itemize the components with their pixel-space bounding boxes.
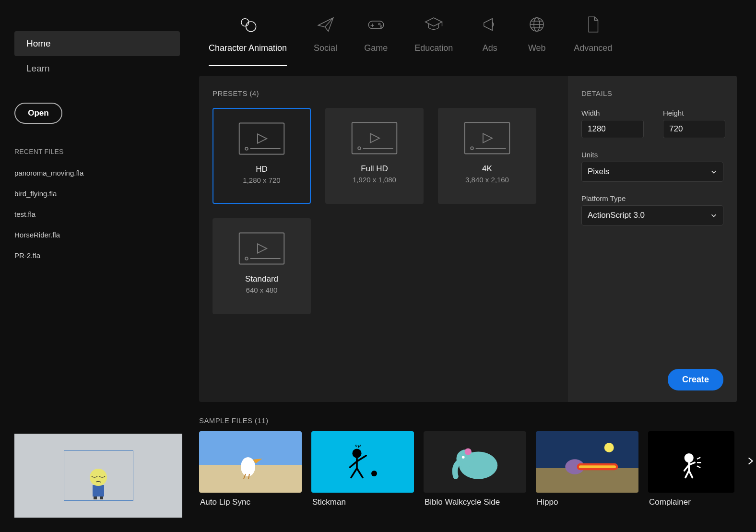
preset-hd[interactable]: HD 1,280 x 720: [213, 108, 311, 204]
platform-value: ActionScript 3.0: [588, 211, 645, 220]
platform-label: Platform Type: [581, 194, 723, 202]
preset-standard[interactable]: Standard 640 x 480: [213, 218, 311, 314]
sample-title: Hippo: [536, 497, 638, 507]
preset-name: Standard: [245, 274, 278, 284]
svg-rect-4: [100, 497, 103, 499]
recent-files-label: RECENT FILES: [14, 148, 180, 155]
bird-thumbnail-icon: [226, 445, 274, 479]
svg-point-25: [465, 448, 472, 455]
presets-pane: PRESETS (4) HD 1,280 x 720 Full HD 1,920…: [199, 76, 568, 402]
sample-biblo-walkcycle[interactable]: Biblo Walkcycle Side: [424, 431, 526, 507]
elephant-thumbnail-icon: [439, 438, 511, 486]
recent-files-list: panoroma_moving.fla bird_flying.fla test…: [14, 169, 180, 260]
sample-title: Auto Lip Sync: [199, 497, 302, 507]
details-pane: DETAILS Width Height Units Pixels: [568, 76, 737, 402]
height-input[interactable]: [663, 120, 725, 138]
tab-game[interactable]: Game: [364, 14, 388, 66]
svg-point-2: [90, 469, 107, 486]
nav-learn[interactable]: Learn: [14, 56, 180, 81]
recent-file[interactable]: panoroma_moving.fla: [14, 169, 180, 177]
preset-dimensions: 3,840 x 2,160: [465, 176, 509, 184]
create-button[interactable]: Create: [668, 369, 723, 390]
svg-point-17: [471, 147, 473, 150]
recent-file[interactable]: bird_flying.fla: [14, 189, 180, 198]
svg-point-26: [462, 456, 465, 459]
svg-point-15: [358, 147, 361, 150]
tab-character-animation[interactable]: Character Animation: [209, 14, 287, 66]
gamepad-icon: [366, 14, 386, 35]
nav-home[interactable]: Home: [14, 31, 180, 56]
stickman-thumbnail-icon: [334, 440, 391, 484]
tab-label: Education: [414, 43, 453, 53]
tab-advanced[interactable]: Advanced: [574, 14, 612, 66]
details-header: DETAILS: [581, 89, 723, 97]
video-preset-icon: [349, 119, 400, 157]
chevron-right-icon: [746, 457, 755, 465]
tab-web[interactable]: Web: [527, 14, 547, 66]
character-preview-icon: [70, 457, 127, 500]
samples-next-button[interactable]: [744, 454, 756, 468]
svg-point-22: [371, 471, 377, 476]
svg-point-6: [246, 22, 256, 32]
sidebar: Home Learn Open RECENT FILES panoroma_mo…: [0, 0, 194, 532]
recent-preview-thumbnail[interactable]: [14, 434, 182, 518]
megaphone-icon: [480, 14, 500, 35]
preset-name: 4K: [482, 164, 492, 174]
svg-point-21: [352, 449, 361, 458]
hippo-thumbnail-icon: [549, 438, 626, 486]
svg-rect-3: [94, 497, 97, 499]
svg-point-8: [378, 23, 380, 25]
preset-name: Full HD: [361, 164, 388, 174]
preset-fullhd[interactable]: Full HD 1,920 x 1,080: [325, 108, 424, 204]
units-select[interactable]: Pixels: [581, 162, 723, 182]
chevron-down-icon: [710, 212, 717, 219]
preset-dimensions: 1,280 x 720: [243, 176, 280, 184]
svg-point-9: [380, 26, 382, 28]
svg-point-20: [241, 457, 255, 476]
tab-label: Ads: [483, 43, 497, 53]
workspace: PRESETS (4) HD 1,280 x 720 Full HD 1,920…: [199, 76, 737, 402]
sample-title: Stickman: [311, 497, 414, 507]
svg-point-13: [245, 147, 248, 150]
tab-ads[interactable]: Ads: [480, 14, 500, 66]
height-label: Height: [663, 109, 725, 117]
chevron-down-icon: [710, 168, 717, 175]
tab-label: Web: [528, 43, 546, 53]
tab-label: Social: [314, 43, 337, 53]
svg-point-27: [604, 443, 614, 452]
tab-label: Game: [364, 43, 388, 53]
sample-auto-lip-sync[interactable]: Auto Lip Sync: [199, 431, 302, 507]
recent-file[interactable]: PR-2.fla: [14, 251, 180, 260]
platform-select[interactable]: ActionScript 3.0: [581, 205, 723, 225]
sample-title: Biblo Walkcycle Side: [424, 497, 526, 507]
samples-section: SAMPLE FILES (11) Auto Lip Sync: [199, 416, 737, 507]
video-preset-icon: [236, 229, 287, 268]
sample-title: Complainer: [648, 497, 734, 507]
width-input[interactable]: [581, 120, 644, 138]
preset-dimensions: 1,920 x 1,080: [353, 176, 396, 184]
units-value: Pixels: [588, 167, 609, 177]
sample-stickman[interactable]: Stickman: [311, 431, 414, 507]
samples-header: SAMPLE FILES (11): [199, 416, 737, 425]
sample-hippo[interactable]: Hippo: [536, 431, 638, 507]
tab-social[interactable]: Social: [314, 14, 337, 66]
graduation-icon: [424, 14, 444, 35]
preset-4k[interactable]: 4K 3,840 x 2,160: [438, 108, 536, 204]
tab-education[interactable]: Education: [414, 14, 453, 66]
svg-point-19: [245, 257, 248, 260]
width-label: Width: [581, 109, 644, 117]
recent-file[interactable]: test.fla: [14, 210, 180, 218]
bubbles-icon: [238, 14, 258, 35]
units-label: Units: [581, 151, 723, 159]
sample-complainer[interactable]: Complainer: [648, 431, 734, 507]
svg-rect-1: [93, 485, 104, 497]
tab-label: Character Animation: [209, 43, 287, 53]
preset-grid: HD 1,280 x 720 Full HD 1,920 x 1,080 4K …: [213, 108, 555, 314]
recent-file[interactable]: HorseRider.fla: [14, 231, 180, 239]
main-content: Character Animation Social Game Educatio…: [194, 0, 756, 532]
preset-name: HD: [256, 165, 268, 174]
globe-icon: [527, 14, 547, 35]
category-tabs: Character Animation Social Game Educatio…: [199, 14, 737, 66]
open-button[interactable]: Open: [14, 103, 62, 124]
paper-plane-icon: [316, 14, 336, 35]
